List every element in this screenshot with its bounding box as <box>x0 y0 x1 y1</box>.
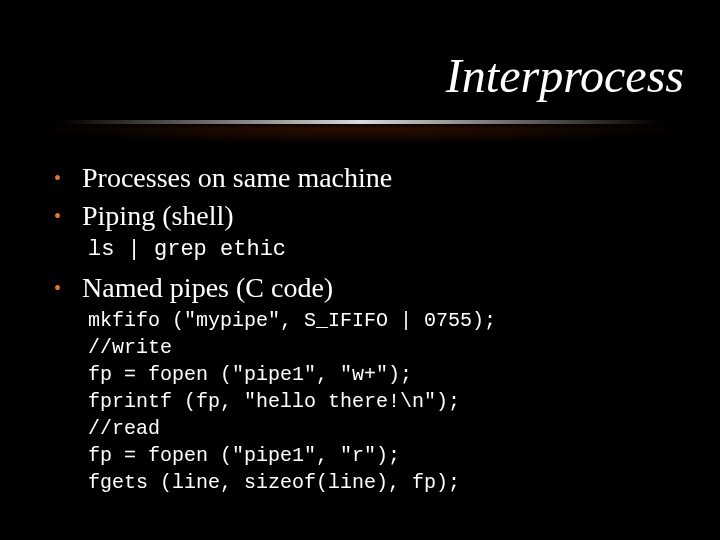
bullet-item: • Piping (shell) <box>54 198 680 234</box>
code-c-line: fprintf (fp, "hello there!\n"); <box>88 389 680 414</box>
code-shell: ls | grep ethic <box>88 236 680 264</box>
bullet-item: • Named pipes (C code) <box>54 270 680 306</box>
slide: Interprocess • Processes on same machine… <box>0 0 720 540</box>
title-rule <box>60 120 660 124</box>
bullet-icon: • <box>54 160 82 196</box>
code-c-line: fp = fopen ("pipe1", "r"); <box>88 443 680 468</box>
bullet-text: Named pipes (C code) <box>82 270 680 305</box>
code-c-line: //read <box>88 416 680 441</box>
title-shadow <box>18 126 702 144</box>
slide-body: • Processes on same machine • Piping (sh… <box>54 158 680 495</box>
code-c-line: fgets (line, sizeof(line), fp); <box>88 470 680 495</box>
bullet-icon: • <box>54 270 82 306</box>
code-c-line: mkfifo ("mypipe", S_IFIFO | 0755); <box>88 308 680 333</box>
bullet-item: • Processes on same machine <box>54 160 680 196</box>
bullet-icon: • <box>54 198 82 234</box>
code-c-line: //write <box>88 335 680 360</box>
slide-title: Interprocess <box>446 48 684 103</box>
bullet-text: Piping (shell) <box>82 198 680 233</box>
code-c-line: fp = fopen ("pipe1", "w+"); <box>88 362 680 387</box>
bullet-text: Processes on same machine <box>82 160 680 195</box>
